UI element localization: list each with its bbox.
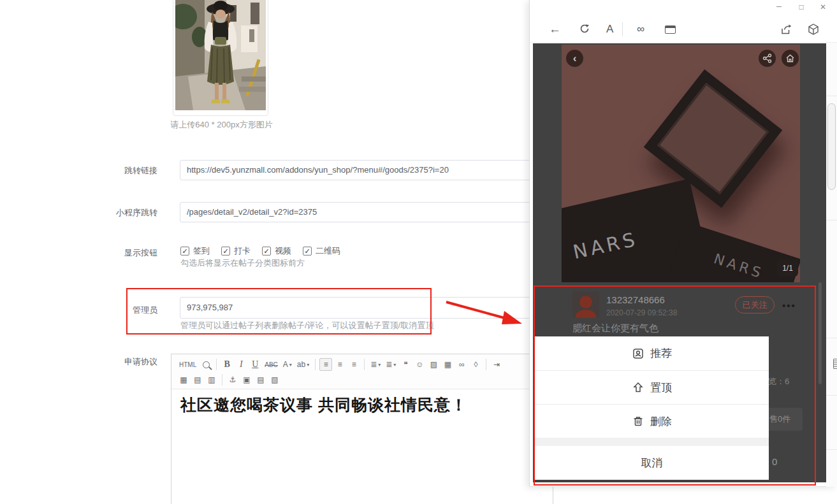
blockquote-icon[interactable]: ❝ — [399, 358, 412, 371]
checkbox-checkin-label: 签到 — [193, 245, 210, 257]
checkbox-video[interactable]: ✓ 视频 — [262, 245, 291, 257]
action-delete-label: 删除 — [650, 414, 672, 429]
action-sheet: 推荐 置顶 删除 取消 — [535, 336, 769, 480]
bold-icon[interactable]: B — [221, 358, 233, 371]
ordered-list-icon[interactable]: ≣▾ — [368, 358, 382, 371]
back-chevron-icon: ‹ — [573, 52, 577, 65]
toolbar-separator — [315, 359, 316, 370]
editor-content-area[interactable]: 社区邀您喝茶议事 共同畅谈社情民意！ — [171, 389, 553, 421]
image-pager-badge: 1/1 — [777, 259, 798, 277]
insert-image-icon[interactable]: ▨ — [427, 358, 440, 371]
checkbox-checkin[interactable]: ✓ 签到 — [180, 245, 210, 257]
page-image-icon[interactable]: ▣ — [240, 373, 253, 386]
checkbox-qrcode-label: 二维码 — [316, 245, 340, 257]
window-toolbar: ← A ∞ — [530, 16, 837, 43]
align-center-icon[interactable]: ≡ — [333, 358, 346, 371]
align-left-icon[interactable]: ≡ — [319, 358, 332, 371]
browser-window-icon[interactable] — [665, 25, 676, 34]
window-scroll-strip — [826, 43, 837, 487]
font-icon[interactable]: A — [606, 16, 613, 43]
toolbar-separator — [222, 374, 222, 385]
upload-size-hint: 请上传640 * 200px方形图片 — [166, 119, 277, 131]
strikethrough-icon[interactable]: ABC — [263, 358, 280, 371]
unordered-list-icon[interactable]: ≣▾ — [384, 358, 398, 371]
italic-icon[interactable]: I — [235, 358, 247, 371]
table-row-icon[interactable]: ▤ — [191, 373, 204, 386]
post-timestamp: 2020-07-29 09:52:38 — [606, 308, 677, 317]
minimize-button[interactable]: – — [774, 1, 784, 11]
admin-hint: 管理员可以通过帖子列表删除帖子/评论，可以设置帖子置顶/取消置顶 — [180, 320, 433, 331]
emoticon-icon[interactable]: ☺ — [413, 358, 426, 371]
underline-icon[interactable]: U — [249, 358, 261, 371]
anchor-icon[interactable]: ⚓ — [226, 373, 239, 386]
checkbox-checked-icon: ✓ — [303, 247, 312, 256]
print-icon[interactable]: ▤ — [254, 373, 267, 386]
back-circle-button[interactable]: ‹ — [566, 50, 583, 67]
avatar-person-icon — [579, 296, 592, 308]
back-icon[interactable]: ← — [549, 16, 561, 43]
cube-icon[interactable] — [807, 23, 820, 39]
table-col-icon[interactable]: ▥ — [205, 373, 218, 386]
jump-link-label: 跳转链接 — [36, 165, 157, 176]
views-count-partial: 览：6 — [768, 376, 789, 387]
paste-icon[interactable]: ▧ — [268, 373, 281, 386]
link-icon[interactable]: ∞ — [637, 16, 644, 43]
scrollbar-thumb[interactable] — [827, 103, 836, 190]
html-source-icon[interactable]: HTML — [177, 358, 198, 371]
checkbox-checked-icon: ✓ — [180, 247, 189, 256]
fashion-photo-illustration — [175, 0, 266, 110]
admin-input[interactable]: 973,975,987 — [180, 297, 548, 319]
home-circle-button[interactable] — [782, 50, 799, 67]
font-color-icon[interactable]: A▾ — [281, 358, 294, 371]
hidden-panel-icon-fragment — [833, 359, 837, 369]
comment-count-partial: 0 — [772, 456, 777, 467]
screenshot-root: 请上传640 * 200px方形图片 跳转链接 https://dev5.yun… — [0, 0, 837, 504]
agreement-heading: 社区邀您喝茶议事 共同畅谈社情民意！ — [180, 394, 544, 415]
action-delete[interactable]: 删除 — [535, 404, 769, 438]
insert-link-icon[interactable]: ∞ — [455, 358, 468, 371]
agreement-label: 申请协议 — [36, 356, 157, 368]
checkbox-clockin[interactable]: ✓ 打卡 — [221, 245, 251, 257]
post-product-image[interactable]: NARS NARS ‹ — [562, 45, 800, 282]
post-username[interactable]: 13232748666 — [606, 294, 665, 305]
avatar[interactable] — [572, 291, 599, 318]
display-buttons-label: 显示按钮 — [36, 247, 157, 259]
close-button[interactable]: ✕ — [818, 3, 828, 11]
admin-label: 管理员 — [36, 305, 157, 316]
share-icon[interactable] — [780, 23, 793, 39]
brand-logo-text: NARS — [571, 227, 640, 263]
action-recommend-label: 推荐 — [650, 346, 672, 361]
checkbox-checked-icon: ✓ — [262, 247, 271, 256]
checkbox-clockin-label: 打卡 — [234, 245, 251, 257]
toolbar-divider — [622, 22, 623, 36]
action-pin-top[interactable]: 置顶 — [535, 370, 769, 404]
insert-media-icon[interactable]: ▦ — [441, 358, 454, 371]
window-titlebar[interactable]: – □ ✕ — [530, 0, 837, 16]
refresh-icon[interactable] — [578, 22, 591, 38]
action-pin-top-label: 置顶 — [650, 380, 672, 395]
rich-text-editor[interactable]: HTML B I U ABC A▾ ab▾ ≡ ≡ ≡ ≣▾ ≣▾ ❝ ☺ ▨ … — [171, 354, 553, 504]
checkbox-qrcode[interactable]: ✓ 二维码 — [303, 245, 340, 257]
insert-table-icon[interactable]: ▦ — [177, 373, 190, 386]
action-recommend[interactable]: 推荐 — [535, 336, 769, 370]
indent-icon[interactable]: ⇥ — [490, 358, 503, 371]
miniapp-jump-input[interactable]: /pages/detail_v2/detail_v2?id=2375 — [180, 202, 548, 222]
post-content-text: 腮红会让你更有气色 — [572, 322, 659, 335]
action-cancel[interactable]: 取消 — [535, 446, 769, 479]
more-options-icon[interactable]: ••• — [782, 300, 796, 311]
uploaded-photo[interactable] — [175, 0, 266, 110]
followed-badge[interactable]: 已关注 — [735, 296, 775, 313]
home-icon — [785, 54, 795, 63]
maximize-button[interactable]: □ — [796, 3, 806, 11]
display-buttons-hint: 勾选后将显示在帖子分类图标前方 — [180, 257, 305, 269]
toolbar-separator — [364, 359, 365, 370]
highlight-color-icon[interactable]: ab▾ — [295, 358, 311, 371]
preview-icon[interactable] — [200, 358, 212, 371]
delete-icon — [632, 415, 644, 428]
remove-format-icon[interactable]: ◊ — [469, 358, 482, 371]
align-right-icon[interactable]: ≡ — [347, 358, 360, 371]
share-circle-button[interactable] — [759, 50, 776, 67]
avatar-person-icon — [576, 310, 596, 318]
jump-link-input[interactable]: https://dev5.yunzmall.com/addons/yun_sho… — [180, 160, 548, 180]
editor-toolbar: HTML B I U ABC A▾ ab▾ ≡ ≡ ≡ ≣▾ ≣▾ ❝ ☺ ▨ … — [171, 354, 553, 389]
